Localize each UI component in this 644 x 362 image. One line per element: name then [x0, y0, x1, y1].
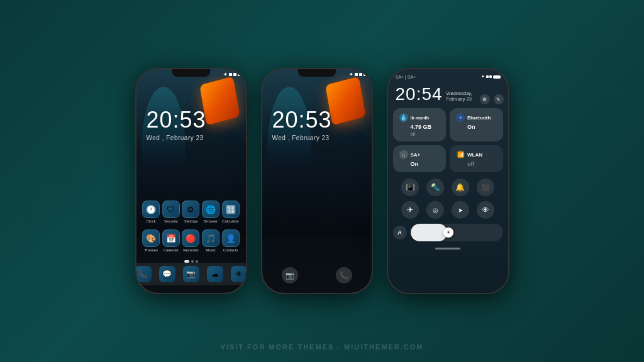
watermark: VISIT FOR MORE THEMES - MIUITHEMER.COM [221, 343, 424, 351]
settings-label: Settings [184, 219, 198, 223]
brightness-knob: ☀ [443, 228, 453, 238]
cc-signal-icon [486, 75, 489, 78]
app-browser[interactable]: 🌐 Browser [201, 200, 220, 223]
tile-sa[interactable]: ↑↓ SA+ On [393, 145, 447, 172]
security-icon: 🛡 [162, 200, 180, 218]
cc-header-icons: ⚙ ✎ [480, 94, 504, 104]
cc-status-bar: SA+ | SA+ ✦ [388, 69, 508, 82]
tile-bt-value: On [456, 124, 497, 130]
signal-icon-1 [229, 73, 232, 76]
cc-date-line1: Wednesday, [447, 90, 472, 97]
wlan-icon: 📶 [456, 150, 465, 159]
screen-btn[interactable]: ⬛ [477, 178, 494, 196]
cc-clock-row: 20:54 Wednesday, February 23 ⚙ ✎ [388, 82, 508, 108]
dock-messages[interactable]: 💬 [159, 266, 175, 282]
bluetooth-icon-2: ✦ [349, 72, 353, 77]
airplane-btn[interactable]: ✈ [401, 201, 419, 219]
app-clock[interactable]: 🕐 Clock [142, 200, 160, 223]
bluetooth-icon-1: ✦ [223, 72, 228, 77]
app-security[interactable]: 🛡 Security [162, 200, 180, 223]
lock-clock-2: 20:53 Wed , February 23 [272, 107, 332, 141]
tile-wlan-title: WLAN [467, 152, 482, 158]
phone-1: ✦ 20:53 Wed , February 23 🕐 Clock [135, 68, 247, 294]
phones-container: ✦ 20:53 Wed , February 23 🕐 Clock [135, 68, 509, 294]
phone-1-screen: ✦ 20:53 Wed , February 23 🕐 Clock [136, 69, 246, 293]
tile-bluetooth[interactable]: ✦ Bluetooth On [450, 108, 503, 141]
dock-cloud[interactable]: ☁ [207, 266, 223, 282]
sun-icon: ☀ [447, 230, 450, 235]
battery-icon-2 [364, 73, 367, 76]
calculator-icon: 🔢 [222, 200, 240, 218]
app-calculator[interactable]: 🔢 Calculator [221, 200, 240, 223]
lock-clock-1: 20:53 Wed , February 23 [147, 107, 206, 141]
brightness-slider[interactable]: ☀ [411, 224, 503, 241]
bell-btn[interactable]: 🔔 [452, 178, 469, 196]
status-bar-2: ✦ [262, 69, 372, 83]
app-contacts[interactable]: 👤 Contacts [221, 229, 240, 252]
volume-indicator [388, 245, 508, 252]
recorder-label: Recorder [183, 248, 199, 252]
lock-date-1: Wed , February 23 [147, 134, 206, 141]
eye-btn[interactable]: 👁 [477, 201, 494, 219]
dock-phone[interactable]: 📞 [136, 266, 152, 282]
dock-camera[interactable]: 📷 [183, 266, 199, 282]
orientation-btn[interactable]: ◎ [426, 201, 444, 219]
cc-bluetooth-icon: ✦ [481, 74, 485, 79]
themes-icon: 🎨 [142, 229, 160, 247]
lock-phone-icon[interactable]: 📞 [336, 267, 352, 283]
data-icon: 💧 [399, 113, 408, 122]
tile-data[interactable]: 💧 ib month 4.79 GB off [393, 108, 447, 141]
tile-sa-title: SA+ [411, 152, 421, 158]
location-btn[interactable]: ➤ [452, 201, 469, 219]
tile-data-header: 💧 ib month [399, 113, 440, 122]
app-calendar[interactable]: 📅 Calendar [162, 229, 180, 252]
clock-icon: 🕐 [142, 200, 160, 218]
tile-wlan-value: off [456, 161, 497, 167]
signal-icon-2 [355, 73, 358, 76]
dock-eye[interactable]: 👁 [231, 266, 246, 282]
app-music[interactable]: 🎵 Music [201, 229, 220, 252]
tile-data-sub: off [399, 132, 440, 136]
cc-wifi-icon [489, 75, 492, 78]
app-themes[interactable]: 🎨 Themes [142, 229, 160, 252]
tile-wlan[interactable]: 📶 WLAN off [450, 145, 503, 172]
browser-icon: 🌐 [202, 200, 219, 218]
status-icons-2: ✦ [349, 72, 367, 77]
icons-grid-1: 🕐 Clock 🛡 Security ⚙ Settings 🌐 Browser [142, 200, 241, 258]
security-label: Security [164, 219, 178, 223]
flashlight-btn[interactable]: 🔦 [426, 178, 444, 196]
lock-bottom-icons: 📷 📞 [282, 267, 352, 283]
phone-3: SA+ | SA+ ✦ 20:54 Wednesday, February 23 [387, 68, 509, 294]
calculator-label: Calculator [222, 219, 239, 223]
quick-tiles-grid: 💧 ib month 4.79 GB off ✦ Bluetooth On [388, 108, 508, 172]
status-bar-1: ✦ [136, 69, 246, 83]
lock-camera-icon[interactable]: 📷 [282, 267, 298, 283]
cc-gear-icon[interactable]: ⚙ [480, 94, 490, 104]
volume-line [435, 248, 460, 250]
auto-brightness-btn[interactable]: A [393, 226, 407, 239]
lock-date-2: Wed , February 23 [272, 134, 332, 141]
media-row-2: ✈ ◎ ➤ 👁 [388, 200, 508, 220]
wallpaper-1 [136, 69, 246, 293]
sa-icon: ↑↓ [399, 150, 408, 159]
music-icon: 🎵 [202, 229, 219, 247]
tile-bt-header: ✦ Bluetooth [456, 113, 497, 122]
battery-icon-1 [238, 73, 241, 76]
cc-edit-icon[interactable]: ✎ [494, 94, 504, 104]
cc-time: 20:54 [396, 84, 443, 104]
themes-label: Themes [144, 248, 158, 252]
app-settings[interactable]: ⚙ Settings [181, 200, 200, 223]
cc-carrier: SA+ | SA+ [396, 75, 416, 79]
wifi-icon-2 [359, 73, 362, 76]
status-icons-1: ✦ [223, 72, 241, 77]
app-recorder[interactable]: 🔴 Recorder [181, 229, 200, 252]
tile-bt-title: Bluetooth [467, 115, 491, 121]
clock-label: Clock [147, 219, 156, 223]
phone-2: ✦ 20:53 Wed , February 23 📷 📞 [261, 68, 373, 294]
tile-data-value: 4.79 GB [399, 124, 440, 130]
contacts-label: Contacts [223, 248, 238, 252]
icon-row-1: 🕐 Clock 🛡 Security ⚙ Settings 🌐 Browser [142, 200, 241, 223]
vibrate-btn[interactable]: 📳 [401, 178, 419, 196]
tile-sa-header: ↑↓ SA+ [399, 150, 440, 159]
calendar-label: Calendar [164, 248, 179, 252]
